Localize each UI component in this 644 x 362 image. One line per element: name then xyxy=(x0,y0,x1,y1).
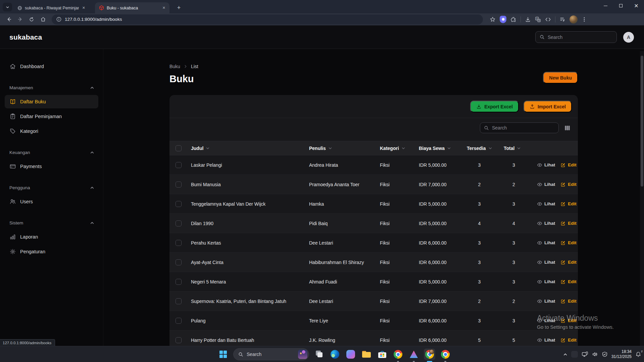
edit-action[interactable]: Edit xyxy=(560,201,577,207)
security-shield-icon[interactable] xyxy=(602,351,608,357)
chrome-active-window-icon[interactable] xyxy=(424,349,435,360)
sidebar-item-payments[interactable]: Payments xyxy=(5,160,98,173)
row-checkbox[interactable] xyxy=(176,162,182,168)
column-header-total[interactable]: Total xyxy=(492,146,536,151)
column-header-kategori[interactable]: Kategori xyxy=(380,146,419,151)
edit-action[interactable]: Edit xyxy=(560,279,577,285)
maximize-button[interactable] xyxy=(613,0,629,11)
view-action[interactable]: Lihat xyxy=(537,240,555,246)
file-explorer-icon[interactable] xyxy=(361,349,372,360)
edit-action[interactable]: Edit xyxy=(560,299,577,304)
sidebar-item-daftar-peminjaman[interactable]: Daftar Peminjaman xyxy=(5,110,98,123)
sidebar-item-laporan[interactable]: Laporan xyxy=(5,230,98,244)
task-view-button[interactable] xyxy=(313,349,325,360)
minimize-button[interactable] xyxy=(598,0,613,11)
sidebar-item-daftar-buku[interactable]: Daftar Buku xyxy=(5,95,98,108)
table-row[interactable]: Harry Potter dan Batu Bertuah J.K. Rowli… xyxy=(169,330,578,346)
select-all-checkbox[interactable] xyxy=(176,145,182,151)
sidebar-item-kategori[interactable]: Kategori xyxy=(5,124,98,138)
user-avatar[interactable]: A xyxy=(623,32,634,43)
browser-profile-avatar[interactable] xyxy=(569,15,578,23)
new-tab-button[interactable]: + xyxy=(175,3,183,12)
edit-action[interactable]: Edit xyxy=(560,318,577,323)
address-bar[interactable]: 127.0.0.1:8000/admin/books xyxy=(52,14,483,24)
row-checkbox[interactable] xyxy=(176,240,182,246)
export-excel-button[interactable]: Export Excel xyxy=(470,101,519,112)
edit-action[interactable]: Edit xyxy=(560,162,577,168)
edit-action[interactable]: Edit xyxy=(560,260,577,265)
column-toggle-icon[interactable] xyxy=(564,125,571,131)
table-row[interactable]: Laskar Pelangi Andrea Hirata Fiksi IDR 5… xyxy=(169,155,578,175)
breadcrumb-buku[interactable]: Buku xyxy=(169,64,180,69)
view-action[interactable]: Lihat xyxy=(537,221,555,226)
back-button[interactable] xyxy=(4,15,13,24)
edit-action[interactable]: Edit xyxy=(560,182,577,187)
browser-tab-buku[interactable]: Buku - sukabaca ✕ xyxy=(95,2,169,13)
edit-action[interactable]: Edit xyxy=(560,338,577,343)
table-row[interactable]: Bumi Manusia Pramoedya Ananta Toer Fiksi… xyxy=(169,175,578,194)
bookmark-star-icon[interactable] xyxy=(490,16,496,22)
group-header[interactable]: Pengguna xyxy=(9,185,94,191)
volume-icon[interactable] xyxy=(592,351,598,357)
scrollbar-thumb[interactable] xyxy=(641,56,643,187)
translate-icon[interactable]: A xyxy=(535,16,541,22)
column-header-tersedia[interactable]: Tersedia xyxy=(467,146,492,151)
forward-button[interactable] xyxy=(15,15,25,24)
edge-app-icon[interactable] xyxy=(329,349,341,360)
start-button[interactable] xyxy=(217,349,229,360)
reload-button[interactable] xyxy=(27,15,36,24)
group-header[interactable]: Keuangan xyxy=(9,149,94,155)
row-checkbox[interactable] xyxy=(176,182,182,188)
global-search[interactable] xyxy=(535,31,617,43)
chrome-app-icon[interactable] xyxy=(392,349,404,360)
sidebar-item-pengaturan[interactable]: Pengaturan xyxy=(5,245,98,258)
column-header-biaya-sewa[interactable]: Biaya Sewa xyxy=(419,146,467,151)
tab-close-icon[interactable]: ✕ xyxy=(82,6,86,10)
new-buku-button[interactable]: New Buku xyxy=(543,72,578,84)
chrome-secondary-icon[interactable] xyxy=(440,349,451,360)
sidebar-item-dashboard[interactable]: Dashboard xyxy=(5,60,98,73)
column-header-judul[interactable]: Judul xyxy=(191,146,309,151)
adblock-extension-icon[interactable] xyxy=(500,16,506,23)
view-action[interactable]: Lihat xyxy=(537,318,555,323)
table-row[interactable]: Negeri 5 Menara Ahmad Fuadi Fiksi IDR 5,… xyxy=(169,272,578,292)
sidebar-item-users[interactable]: Users xyxy=(5,195,98,208)
table-row[interactable]: Pulang Tere Liye Fiksi IDR 6,000.00 3 3 … xyxy=(169,311,578,330)
taskbar-search[interactable]: Search xyxy=(233,348,309,360)
row-checkbox[interactable] xyxy=(176,201,182,207)
page-scrollbar[interactable] xyxy=(640,51,644,346)
row-checkbox[interactable] xyxy=(176,279,182,285)
view-action[interactable]: Lihat xyxy=(537,162,555,168)
table-search-input[interactable] xyxy=(492,125,549,131)
group-header[interactable]: Manajemen xyxy=(9,85,94,91)
notifications-bell-icon[interactable]: z xyxy=(635,351,641,357)
view-action[interactable]: Lihat xyxy=(537,279,555,285)
table-row[interactable]: Ayat-Ayat Cinta Habiburrahman El Shirazy… xyxy=(169,253,578,272)
view-action[interactable]: Lihat xyxy=(537,182,555,187)
browser-tab-riwayat[interactable]: sukabaca - Riwayat Peminjaman ✕ xyxy=(13,2,89,13)
row-checkbox[interactable] xyxy=(176,337,182,343)
playlist-icon[interactable] xyxy=(559,16,565,22)
column-header-penulis[interactable]: Penulis xyxy=(309,146,380,151)
edit-action[interactable]: Edit xyxy=(560,240,577,246)
view-action[interactable]: Lihat xyxy=(537,299,555,304)
brand-logo[interactable]: sukabaca xyxy=(9,33,42,41)
table-search[interactable] xyxy=(480,122,559,133)
taskbar-clock[interactable]: 18:34 31/12/2025 xyxy=(611,349,632,359)
row-checkbox[interactable] xyxy=(176,220,182,226)
view-action[interactable]: Lihat xyxy=(537,201,555,207)
row-checkbox[interactable] xyxy=(176,318,182,324)
table-row[interactable]: Perahu Kertas Dee Lestari Fiksi IDR 6,00… xyxy=(169,233,578,253)
copilot-app-icon[interactable] xyxy=(345,349,356,360)
tab-close-icon[interactable]: ✕ xyxy=(162,6,166,10)
table-row[interactable]: Dilan 1990 Pidi Baiq Fiksi IDR 5,000.00 … xyxy=(169,214,578,233)
hidden-icons-chevron[interactable] xyxy=(563,352,567,357)
import-excel-button[interactable]: Import Excel xyxy=(524,101,572,112)
downloads-icon[interactable] xyxy=(525,16,531,22)
row-checkbox[interactable] xyxy=(176,259,182,265)
global-search-input[interactable] xyxy=(548,35,601,40)
extensions-puzzle-icon[interactable] xyxy=(510,16,516,22)
browser-menu-icon[interactable] xyxy=(582,17,587,22)
cast-devices-icon[interactable] xyxy=(582,351,588,357)
table-row[interactable]: Supernova: Ksatria, Puteri, dan Bintang … xyxy=(169,292,578,311)
